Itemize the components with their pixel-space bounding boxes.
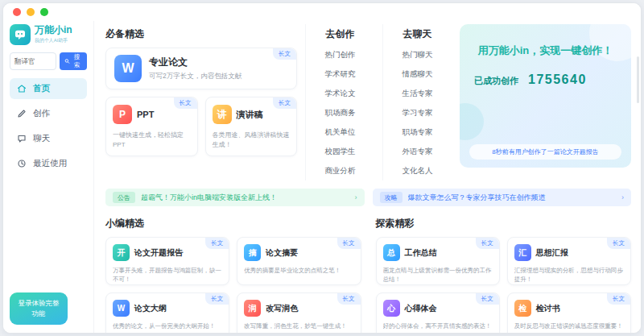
card-title: 改写润色 <box>266 303 298 314</box>
card-title: 演讲稿 <box>237 109 263 121</box>
search-input[interactable] <box>10 52 56 70</box>
card-ppt[interactable]: P PPT 一键快速生成，轻松搞定PPT 长文 <box>105 97 198 156</box>
logo: 万能小in 我的个人AI助手 <box>10 23 87 52</box>
card-reflections[interactable]: 心 心得体会 好的心得体会，离不开真情实感的表达！ 长文 <box>376 292 500 333</box>
sidebar-item-create[interactable]: 创作 <box>10 103 87 124</box>
card-desc: 一键快速生成，轻松搞定PPT <box>113 131 191 151</box>
card-desc: 可写2万字长文，内容包括文献 <box>149 72 242 81</box>
logo-chat-bubble-icon <box>10 24 31 45</box>
card-work-summary[interactable]: 总 工作总结 画龙点睛与上级赏识都需一份优秀的工作总结！ 长文 <box>376 237 500 285</box>
abstract-doc-icon: 摘 <box>244 244 261 261</box>
list-item[interactable]: 机关单位 <box>308 122 373 142</box>
list-item[interactable]: 职场专家 <box>385 122 450 142</box>
long-form-badge: 长文 <box>205 238 229 249</box>
chevron-right-icon: › <box>355 193 357 201</box>
close-button[interactable] <box>13 8 21 16</box>
list-item[interactable]: 生活专家 <box>385 84 450 103</box>
card-title: PPT <box>137 110 154 119</box>
card-rewrite-polish[interactable]: 润 改写润色 改写降重，润色生花，妙笔一键生成！ 长文 <box>237 292 361 333</box>
card-title: 检讨书 <box>536 303 560 314</box>
section-essentials: 必备精选 W 专业论文 可写2万字长文，内容包括文献 长文 P <box>105 24 297 180</box>
reflection-doc-icon: 心 <box>383 300 400 317</box>
section-title: 小编精选 <box>105 217 361 230</box>
long-form-badge: 长文 <box>476 293 499 305</box>
section-title: 去聊天 <box>385 27 450 41</box>
card-thought-report[interactable]: 汇 思想汇报 汇报理想与现实的分析，思想与行动同步提升！ 长文 <box>507 237 631 285</box>
sidebar-item-home[interactable]: 首页 <box>10 78 87 99</box>
app-window: 万能小in 我的个人AI助手 搜索 首页 创作 <box>2 2 642 334</box>
long-form-badge: 长文 <box>273 48 296 60</box>
card-speech[interactable]: 讲 演讲稿 各类用途、风格演讲稿快速生成！ 长文 <box>205 97 298 156</box>
section-editor-picks: 小编精选 开 论文开题报告 万事开头难，开题报告与鸿篇巨制，缺一不可！ 长文 <box>105 214 361 333</box>
notice-announcement[interactable]: 公告 超霸气！万能小in电脑端安装版全新上线！ › <box>105 189 365 206</box>
section-title: 必备精选 <box>105 27 297 41</box>
sidebar: 万能小in 我的个人AI助手 搜索 首页 创作 <box>3 21 94 333</box>
home-icon <box>17 84 27 93</box>
notice-text: 超霸气！万能小in电脑端安装版全新上线！ <box>141 193 277 203</box>
card-thesis-abstract[interactable]: 摘 论文摘要 优秀的摘要是毕业论文的点睛之笔！ 长文 <box>237 237 361 285</box>
sidebar-item-label: 最近使用 <box>33 158 67 169</box>
sidebar-item-label: 首页 <box>33 83 50 94</box>
summary-doc-icon: 总 <box>383 244 400 261</box>
list-item[interactable]: 外语专家 <box>385 142 450 161</box>
long-form-badge: 长文 <box>273 97 296 109</box>
section-title: 探索精彩 <box>376 217 632 230</box>
proposal-doc-icon: 开 <box>113 244 130 261</box>
sidebar-menu: 首页 创作 聊天 最近使用 <box>10 78 87 174</box>
list-item[interactable]: 职场商务 <box>308 103 373 122</box>
promo-panel[interactable]: 用万能小in，实现一键创作！ 已成功创作 1755640 8秒前有用户创作了一篇… <box>460 24 631 168</box>
minimize-button[interactable] <box>27 8 35 16</box>
list-item[interactable]: 学习专家 <box>385 103 450 122</box>
long-form-badge: 长文 <box>607 238 630 249</box>
list-item[interactable]: 热门聊天 <box>385 45 450 64</box>
speech-icon: 讲 <box>213 105 232 124</box>
search-button[interactable]: 搜索 <box>60 52 87 70</box>
long-form-badge: 长文 <box>337 238 361 249</box>
list-item[interactable]: 校园学生 <box>308 142 373 161</box>
list-item[interactable]: 商业分析 <box>308 161 373 180</box>
login-button[interactable]: 登录体验完整功能 <box>10 292 68 325</box>
card-desc: 改写降重，润色生花，妙笔一键生成！ <box>244 321 353 330</box>
sidebar-item-recent[interactable]: 最近使用 <box>10 153 87 174</box>
list-item[interactable]: 学术研究 <box>308 64 373 84</box>
chevron-right-icon: › <box>621 193 624 201</box>
list-item[interactable]: 学术论文 <box>308 84 373 103</box>
promo-ticker: 8秒前有用户创作了一篇论文开题报告 <box>469 144 621 160</box>
app-title: 万能小in <box>35 25 74 36</box>
card-title: 心得体会 <box>405 303 437 314</box>
search-button-label: 搜索 <box>72 53 82 69</box>
section-title: 去创作 <box>308 27 373 41</box>
sidebar-item-chat[interactable]: 聊天 <box>10 128 87 149</box>
polish-brush-icon: 润 <box>244 300 261 317</box>
promo-headline: 用万能小in，实现一键创作！ <box>469 44 621 58</box>
list-item[interactable]: 情感聊天 <box>385 64 450 84</box>
promo-stat-value: 1755640 <box>528 73 587 87</box>
notice-guide[interactable]: 攻略 爆款文章怎么写？专家分享技巧在创作频道 › <box>373 189 632 206</box>
card-title: 专业论文 <box>149 56 242 69</box>
fullscreen-button[interactable] <box>40 8 48 16</box>
guide-badge: 攻略 <box>380 192 402 203</box>
sidebar-item-label: 聊天 <box>33 133 50 144</box>
long-form-badge: 长文 <box>205 293 229 305</box>
list-item[interactable]: 热门创作 <box>308 45 373 64</box>
card-thesis-proposal[interactable]: 开 论文开题报告 万事开头难，开题报告与鸿篇巨制，缺一不可！ 长文 <box>105 237 229 285</box>
clock-icon <box>17 159 27 168</box>
review-doc-icon: 检 <box>514 300 531 317</box>
word-icon: W <box>113 300 130 317</box>
card-self-review[interactable]: 检 检讨书 及时反思与改正错误的诚恳态度很重要！ 长文 <box>507 292 631 333</box>
card-title: 论文摘要 <box>266 247 298 259</box>
card-title: 论文大纲 <box>134 303 167 314</box>
main-content: 必备精选 W 专业论文 可写2万字长文，内容包括文献 长文 P <box>94 21 641 333</box>
announcement-badge: 公告 <box>113 192 135 203</box>
long-form-badge: 长文 <box>174 97 197 109</box>
sidebar-item-label: 创作 <box>33 108 50 119</box>
long-form-badge: 长文 <box>476 238 499 249</box>
card-professional-paper[interactable]: W 专业论文 可写2万字长文，内容包括文献 长文 <box>105 48 297 89</box>
list-item[interactable]: 文化名人 <box>385 161 450 180</box>
section-explore: 探索精彩 总 工作总结 画龙点睛与上级赏识都需一份优秀的工作总结！ 长文 <box>376 214 632 333</box>
title-bar <box>3 3 641 21</box>
card-desc: 优秀的摘要是毕业论文的点睛之笔！ <box>244 266 353 275</box>
report-doc-icon: 汇 <box>514 244 531 261</box>
scrollbar[interactable] <box>637 56 639 103</box>
card-thesis-outline[interactable]: W 论文大纲 优秀的论文，从一份完美的大纲开始！ 长文 <box>105 292 229 333</box>
